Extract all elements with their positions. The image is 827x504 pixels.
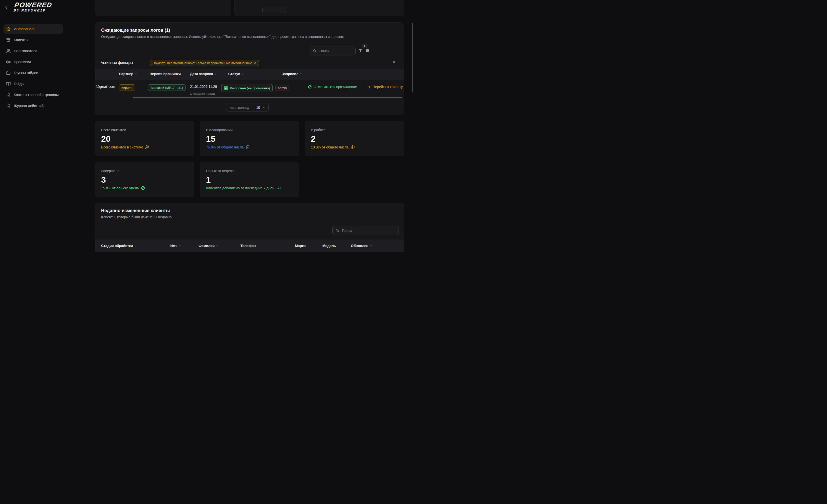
chip-close-icon[interactable]: × — [254, 61, 256, 65]
column-header-requested-by[interactable]: Запросил — [282, 72, 302, 76]
recent-search-input[interactable] — [342, 228, 395, 233]
stat-subtext: 10.0% от общего числа — [311, 145, 355, 149]
stat-subtext-label: 10.0% от общего числа — [311, 145, 349, 149]
sidebar-item-dashboard[interactable]: Инфопанель — [3, 24, 63, 34]
app-logo: POWERED BY REVOKE19 — [13, 1, 53, 12]
request-date: 21.01.2026 11:29 — [190, 85, 217, 89]
column-header-status[interactable]: Статус — [228, 72, 244, 76]
users-icon — [145, 145, 149, 149]
column-label: Версия прошивки — [150, 72, 181, 76]
stat-value: 15 — [206, 134, 215, 144]
pending-requests-card: Ожидающие запросы логов (1) Ожидающие за… — [95, 22, 404, 115]
clipboard-icon — [246, 145, 250, 149]
column-header-last-name[interactable]: Фамилия — [198, 244, 218, 248]
stat-subtext: 15.0% от общего числа — [101, 186, 145, 190]
partner-badge: Кирилл — [119, 84, 135, 91]
logo-line1: POWERED — [14, 1, 53, 8]
archive-icon — [6, 38, 11, 42]
sidebar-item-action-log[interactable]: Журнал действий — [3, 101, 63, 111]
stat-card-in-progress: В работе 2 10.0% от общего числа — [305, 121, 404, 156]
per-page-select[interactable]: 10 — [253, 103, 269, 112]
column-label: Запросил — [282, 72, 298, 76]
sidebar-item-label: Журнал действий — [14, 104, 43, 108]
pending-title: Ожидающие запросы логов (1) — [101, 28, 170, 33]
stat-label: Новых за неделю — [206, 169, 235, 173]
column-header-request-date[interactable]: Дата запроса — [190, 72, 217, 76]
row-email: @gmail.com — [96, 85, 115, 89]
recent-search[interactable] — [332, 226, 399, 235]
stat-subtext-label: Всего клиентов в системе — [101, 145, 143, 149]
sidebar-item-label: Прошивки — [14, 60, 31, 64]
status-label: Выполнен (не прочитано) — [230, 86, 270, 90]
mark-read-label: Отметить как прочитанное — [313, 85, 357, 89]
chevron-down-icon — [135, 73, 137, 75]
recent-clients-card: Недавно измененные клиенты Клиенты, кото… — [95, 203, 404, 252]
chevron-down-icon — [134, 244, 137, 247]
chevron-down-icon — [241, 73, 244, 75]
chevron-down-icon — [214, 73, 217, 75]
pending-search[interactable] — [310, 46, 355, 55]
column-label: Стадия обработки — [101, 244, 133, 248]
partial-card-control — [262, 7, 286, 13]
stat-label: В планировании — [206, 128, 233, 132]
active-filter-chip[interactable]: Показать все выполненные: Только непрочи… — [150, 60, 259, 66]
stat-subtext-label: Клиентов добавлено за последние 7 дней — [206, 186, 275, 190]
columns-icon[interactable] — [365, 48, 370, 53]
goto-client-link[interactable]: Перейти к клиенту — [367, 85, 403, 89]
stat-card-completed: Завершено 3 15.0% от общего числа — [95, 162, 194, 197]
pending-description: Ожидающие запросы логов и выполненные за… — [101, 35, 344, 39]
column-label: Модель — [322, 244, 336, 248]
sidebar-item-guides[interactable]: Гайды — [3, 79, 63, 89]
column-header-firmware[interactable]: Версия прошивки — [150, 72, 181, 76]
sidebar-item-guide-groups[interactable]: Группы гайдов — [3, 68, 63, 78]
chevron-down-icon — [300, 73, 302, 75]
sidebar-item-home-content[interactable]: Контент главной страницы — [3, 90, 63, 100]
pending-search-input[interactable] — [319, 49, 352, 53]
column-header-first-name[interactable]: Имя — [170, 244, 182, 248]
column-label: Фамилия — [198, 244, 214, 248]
file-text-icon — [6, 104, 11, 108]
active-filters-label: Активные фильтры — [101, 61, 133, 65]
column-header-model[interactable]: Модель — [322, 244, 336, 248]
clear-filters-icon[interactable]: × — [393, 60, 395, 64]
column-label: Марка — [295, 244, 306, 248]
home-icon — [6, 27, 11, 32]
chevron-down-icon — [370, 244, 372, 247]
gear-icon — [351, 145, 355, 149]
stat-subtext-label: 75.0% от общего числа — [206, 145, 244, 149]
partial-card-left — [95, 0, 231, 16]
column-label: Статус — [228, 72, 240, 76]
trending-up-icon — [277, 186, 281, 190]
stat-label: Завершено — [101, 169, 119, 173]
vertical-scrollbar[interactable] — [412, 23, 413, 92]
stat-value: 20 — [101, 134, 111, 144]
per-page-label: на страницу — [226, 103, 253, 112]
stat-value: 2 — [311, 134, 315, 144]
filter-funnel-icon[interactable] — [358, 48, 362, 53]
stat-card-new-this-week: Новых за неделю 1 Клиентов добавлено за … — [200, 162, 299, 197]
column-label: Телефон — [240, 244, 256, 248]
per-page-control[interactable]: на страницу 10 — [226, 103, 269, 112]
column-header-stage[interactable]: Стадия обработки — [101, 244, 137, 248]
stat-subtext: Всего клиентов в системе — [101, 145, 149, 149]
folder-icon — [6, 71, 11, 75]
sidebar-item-clients[interactable]: Клиенты — [3, 35, 63, 45]
mark-read-link[interactable]: Отметить как прочитанное — [308, 85, 357, 89]
column-label: Имя — [170, 244, 178, 248]
stat-subtext: 75.0% от общего числа — [206, 145, 250, 149]
sidebar-item-label: Гайды — [14, 82, 24, 86]
column-header-brand[interactable]: Марка — [295, 244, 306, 248]
column-header-partner[interactable]: Партнер — [119, 72, 137, 76]
sidebar-item-firmware[interactable]: Прошивки — [3, 57, 63, 67]
column-header-phone[interactable]: Телефон — [240, 244, 256, 248]
back-icon[interactable] — [4, 5, 9, 10]
search-icon — [336, 229, 339, 232]
horizontal-scrollbar[interactable] — [133, 97, 402, 98]
sidebar-item-users[interactable]: Пользователи — [3, 46, 63, 56]
request-date-relative: 1 неделю назад — [190, 92, 215, 95]
partial-card-right — [234, 0, 404, 16]
column-label: Партнер — [119, 72, 133, 76]
column-header-updated[interactable]: Обновлен — [351, 244, 372, 248]
check-square-icon — [224, 86, 228, 90]
file-text-icon — [6, 93, 11, 97]
